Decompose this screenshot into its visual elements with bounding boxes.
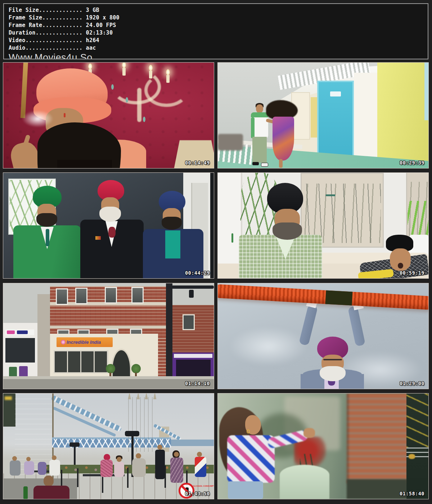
person-head xyxy=(136,453,141,459)
shop-window xyxy=(5,338,35,363)
pink-outfit-man xyxy=(100,460,113,477)
man-head xyxy=(256,104,263,113)
foreground-man-head xyxy=(44,476,54,486)
door-handle xyxy=(231,233,233,243)
pillar-base xyxy=(347,479,407,499)
restaurant-sign: Incredible India xyxy=(57,337,113,347)
person-head xyxy=(12,456,17,461)
screenshot-6[interactable]: 01:29:00 xyxy=(217,283,429,389)
window-light xyxy=(5,396,12,400)
road xyxy=(3,379,214,389)
hand xyxy=(303,428,315,438)
window xyxy=(131,287,144,303)
screenshot-5[interactable]: Incredible India 01:14:10 xyxy=(3,283,214,389)
doorway-shadow xyxy=(210,173,214,278)
timestamp-overlay: 01:58:40 xyxy=(400,491,424,496)
candle xyxy=(149,71,152,78)
orange-ribbed-pipe xyxy=(217,284,429,310)
beard-tail xyxy=(57,160,112,168)
glass-ornament xyxy=(126,97,128,103)
window xyxy=(75,288,87,304)
door-number-plate xyxy=(330,91,341,96)
media-info-page: File Size............. 3 GB Frame Size..… xyxy=(0,0,432,504)
white-pillar xyxy=(354,73,377,168)
white-beard xyxy=(320,366,346,381)
side-building xyxy=(37,294,51,379)
candle-flame xyxy=(88,63,92,69)
cafe-chair xyxy=(77,468,78,487)
person-head xyxy=(117,457,122,462)
suspension-cable xyxy=(51,395,122,432)
timestamp-overlay: 00:44:29 xyxy=(185,270,210,276)
cafe-chair xyxy=(127,468,129,488)
screenshot-8[interactable]: 01:58:40 xyxy=(217,393,429,499)
media-info-line: Duration.............. 02:13:30 xyxy=(9,29,428,37)
screenshot-7[interactable]: ALCOHOL CONSUMPTION IS INJURI 01:43:50 xyxy=(3,393,214,499)
timestamp-overlay: 01:43:50 xyxy=(185,491,210,496)
timestamp-overlay: 00:29:39 xyxy=(400,160,424,166)
maroon-cravat xyxy=(108,227,116,238)
media-info-line: Frame Rate............ 24.00 FPS xyxy=(9,22,428,29)
sign-mark xyxy=(7,330,15,334)
sneaker xyxy=(252,162,259,165)
stone-band xyxy=(50,326,167,328)
colorblock-shirt-man xyxy=(195,457,206,477)
raised-arm xyxy=(299,304,318,346)
restaurant-sign-text: Incredible India xyxy=(67,339,101,346)
timestamp-overlay: 00:59:19 xyxy=(400,270,424,276)
seated-person xyxy=(38,462,46,475)
seated-woman xyxy=(114,462,124,477)
person-head xyxy=(26,457,31,461)
patterned-dress xyxy=(273,117,294,161)
table-leg xyxy=(102,476,103,493)
candle-flame xyxy=(149,65,153,71)
sky-sliver xyxy=(424,63,428,120)
timestamp-overlay: 01:14:10 xyxy=(185,381,210,386)
shop-window xyxy=(176,360,211,377)
candle-flame xyxy=(166,69,170,75)
dark-beard xyxy=(162,217,182,230)
seated-woman xyxy=(170,458,183,483)
jacket-stripe xyxy=(251,117,255,138)
green-bottle xyxy=(23,486,28,499)
screenshot-2[interactable]: 00:29:39 xyxy=(217,62,429,168)
topiary-tree xyxy=(106,364,115,373)
site-watermark: Www.Movies4u.So xyxy=(9,52,428,59)
window xyxy=(183,314,195,330)
dark-beard xyxy=(36,213,57,227)
white-beard xyxy=(99,207,121,222)
screenshot-3[interactable]: 00:44:29 xyxy=(3,172,214,279)
hoop-earring xyxy=(247,429,250,433)
window xyxy=(56,288,68,305)
media-info-line: Audio................. aac xyxy=(9,44,428,52)
alcohol-warning-text: ALCOHOL CONSUMPTION IS INJURI xyxy=(193,485,214,487)
maroon-turban xyxy=(104,454,110,460)
topiary-tree xyxy=(131,364,141,373)
storefront-window xyxy=(54,350,108,373)
gray-beard xyxy=(273,222,302,240)
media-info-line: Video................. h264 xyxy=(9,37,428,44)
raised-arm xyxy=(348,306,365,346)
lamp-head xyxy=(69,442,80,447)
person-head xyxy=(197,452,202,457)
tilak-mark xyxy=(64,113,66,117)
window xyxy=(105,287,117,303)
yellow-wall xyxy=(377,63,428,168)
media-info-line: File Size............. 3 GB xyxy=(9,6,428,14)
person-head xyxy=(52,455,57,460)
hoodie-man xyxy=(132,458,146,477)
bridge-roadway xyxy=(171,440,214,446)
waiter xyxy=(155,450,165,479)
eyeglasses xyxy=(323,359,342,360)
powder-puff xyxy=(22,110,54,127)
pipe-coupling-band xyxy=(325,290,352,305)
timestamp-overlay: 01:29:00 xyxy=(400,381,424,386)
screenshot-1[interactable]: 00:14:49 xyxy=(3,62,214,168)
blurred-brick-pillar xyxy=(347,393,409,483)
screenshot-4[interactable]: 00:59:19 xyxy=(217,172,429,279)
shop-sign xyxy=(174,354,212,358)
glass-ornament xyxy=(111,84,114,90)
open-mouth xyxy=(398,263,403,269)
monstera-plant xyxy=(408,201,428,237)
cloud xyxy=(229,327,308,366)
